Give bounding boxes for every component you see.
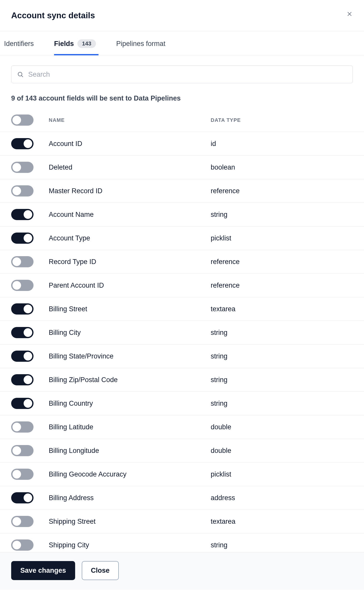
tab-label: Identifiers: [4, 40, 34, 48]
field-row: Billing Citystring: [0, 321, 364, 344]
field-name: Billing Street: [49, 305, 211, 313]
field-toggle[interactable]: [11, 516, 34, 527]
field-row: Billing Zip/Postal Codestring: [0, 368, 364, 391]
field-row: Billing Latitudedouble: [0, 415, 364, 439]
field-type: string: [211, 376, 353, 384]
field-row: Billing Longitudedouble: [0, 439, 364, 462]
field-type: picklist: [211, 470, 353, 478]
field-row: Master Record IDreference: [0, 179, 364, 203]
field-name: Account Name: [49, 211, 211, 219]
field-toggle[interactable]: [11, 539, 34, 551]
field-name: Master Record ID: [49, 187, 211, 195]
field-type: double: [211, 447, 353, 455]
field-type: double: [211, 423, 353, 431]
field-name: Shipping Street: [49, 518, 211, 526]
field-type: string: [211, 400, 353, 407]
field-toggle[interactable]: [11, 351, 34, 362]
close-button[interactable]: [345, 10, 354, 18]
field-name: Billing Country: [49, 400, 211, 407]
field-row: Account IDid: [0, 132, 364, 155]
field-type: string: [211, 329, 353, 337]
svg-line-3: [22, 76, 23, 77]
tab-fields-count-badge: 143: [77, 39, 96, 48]
field-name: Billing Geocode Accuracy: [49, 470, 211, 478]
save-changes-button[interactable]: Save changes: [11, 561, 75, 580]
field-toggle[interactable]: [11, 374, 34, 385]
field-type: textarea: [211, 518, 353, 526]
field-row: Billing Geocode Accuracypicklist: [0, 462, 364, 486]
field-row: Deletedboolean: [0, 155, 364, 179]
field-name: Billing City: [49, 329, 211, 337]
field-row: Parent Account IDreference: [0, 273, 364, 297]
field-name: Billing Longitude: [49, 447, 211, 455]
column-header-type: DATA TYPE: [211, 117, 353, 123]
field-name: Billing State/Province: [49, 352, 211, 360]
field-toggle[interactable]: [11, 138, 34, 149]
field-toggle[interactable]: [11, 209, 34, 220]
field-type: textarea: [211, 305, 353, 313]
field-toggle[interactable]: [11, 280, 34, 291]
field-name: Account Type: [49, 234, 211, 242]
field-row: Billing Countrystring: [0, 391, 364, 415]
field-toggle[interactable]: [11, 327, 34, 338]
field-type: address: [211, 494, 353, 502]
field-toggle[interactable]: [11, 185, 34, 196]
summary-text: 9 of 143 account fields will be sent to …: [0, 83, 364, 108]
field-row: Record Type IDreference: [0, 250, 364, 273]
toggle-all[interactable]: [11, 114, 34, 126]
field-type: string: [211, 352, 353, 360]
search-input[interactable]: [28, 71, 347, 78]
field-toggle[interactable]: [11, 162, 34, 173]
field-row: Account Namestring: [0, 203, 364, 226]
field-row: Billing State/Provincestring: [0, 344, 364, 368]
field-type: boolean: [211, 163, 353, 171]
tab-label: Fields: [54, 40, 74, 48]
field-row: Billing Addressaddress: [0, 486, 364, 510]
field-row: Account Typepicklist: [0, 226, 364, 250]
field-row: Shipping Streettextarea: [0, 510, 364, 533]
field-toggle[interactable]: [11, 492, 34, 503]
field-name: Billing Latitude: [49, 423, 211, 431]
page-title: Account sync details: [11, 11, 95, 20]
field-toggle[interactable]: [11, 469, 34, 480]
field-type: id: [211, 140, 353, 148]
field-name: Shipping City: [49, 541, 211, 549]
field-type: picklist: [211, 234, 353, 242]
tab-pipelines-format[interactable]: Pipelines format: [116, 31, 168, 55]
field-type: string: [211, 211, 353, 219]
field-toggle[interactable]: [11, 256, 34, 267]
field-toggle[interactable]: [11, 398, 34, 409]
field-type: reference: [211, 187, 353, 195]
field-toggle[interactable]: [11, 421, 34, 433]
field-type: reference: [211, 258, 353, 266]
field-toggle[interactable]: [11, 303, 34, 315]
tab-label: Pipelines format: [116, 40, 166, 48]
search-icon: [17, 71, 24, 78]
field-name: Record Type ID: [49, 258, 211, 266]
field-name: Deleted: [49, 163, 211, 171]
field-type: reference: [211, 282, 353, 289]
field-name: Billing Zip/Postal Code: [49, 376, 211, 384]
table-header: NAME DATA TYPE: [0, 108, 364, 132]
close-icon: [346, 11, 353, 17]
field-name: Billing Address: [49, 494, 211, 502]
field-toggle[interactable]: [11, 233, 34, 244]
field-toggle[interactable]: [11, 445, 34, 456]
column-header-name: NAME: [49, 117, 211, 123]
field-row: Shipping Citystring: [0, 533, 364, 552]
field-row: Billing Streettextarea: [0, 297, 364, 321]
tab-identifiers[interactable]: Identifiers: [4, 31, 36, 55]
tab-fields[interactable]: Fields 143: [54, 31, 98, 55]
search-box[interactable]: [11, 65, 353, 83]
svg-point-2: [18, 72, 22, 76]
field-name: Account ID: [49, 140, 211, 148]
close-button-footer[interactable]: Close: [82, 561, 119, 580]
field-name: Parent Account ID: [49, 282, 211, 289]
field-type: string: [211, 541, 353, 549]
